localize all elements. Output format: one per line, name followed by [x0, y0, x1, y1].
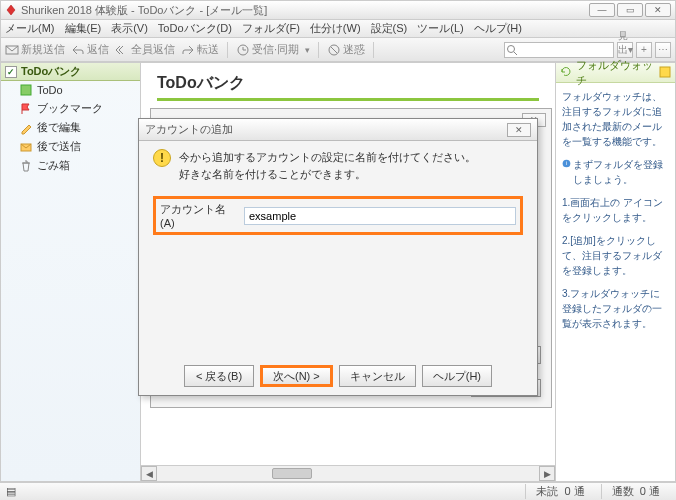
search-input[interactable] — [504, 42, 614, 58]
sidebar-header[interactable]: ✓ ToDoバンク — [1, 63, 140, 81]
horizontal-scrollbar[interactable]: ◀ ▶ — [141, 465, 555, 481]
account-name-input[interactable] — [244, 207, 516, 225]
tb-reply[interactable]: 返信 — [71, 42, 109, 57]
content-header: ToDoバンク — [141, 63, 555, 107]
flag-icon — [19, 102, 33, 116]
dialog-button-row: < 戻る(B) 次へ(N) > キャンセル ヘルプ(H) — [139, 365, 537, 387]
menubar: メール(M) 編集(E) 表示(V) ToDoバンク(D) フォルダ(F) 仕分… — [0, 20, 676, 38]
sidebar: ✓ ToDoバンク ToDo ブックマーク 後で編集 後で送信 ごみ箱 — [1, 63, 141, 481]
rightpanel-step-1: 1.画面右上の アイコンをクリックします。 — [562, 195, 669, 225]
close-button[interactable]: ✕ — [645, 3, 671, 17]
sidebar-item-trash[interactable]: ごみ箱 — [1, 156, 140, 175]
menu-mail[interactable]: メール(M) — [5, 21, 55, 36]
tb-spam[interactable]: 迷惑 — [327, 42, 365, 57]
tb-plus-button[interactable]: + — [636, 42, 652, 58]
svg-text:i: i — [566, 160, 567, 166]
rightpanel-step-2: 2.[追加]をクリックして、注目するフォルダを登録します。 — [562, 233, 669, 278]
account-name-row: アカウント名(A) — [153, 196, 523, 235]
maximize-button[interactable]: ▭ — [617, 3, 643, 17]
tb-reply-all[interactable]: 全員返信 — [115, 42, 175, 57]
menu-tool[interactable]: ツール(L) — [417, 21, 463, 36]
right-panel: フォルダウォッチ フォルダウォッチは、注目するフォルダに追加された最新のメールを… — [555, 63, 675, 481]
title-underline — [157, 98, 539, 101]
toolbar-separator — [373, 42, 374, 58]
pencil-icon — [19, 121, 33, 135]
info-icon: i — [562, 157, 571, 171]
mail-icon — [19, 140, 33, 154]
total-label: 通数 — [612, 485, 634, 497]
titlebar: Shuriken 2018 体験版 - ToDoバンク - [メール一覧] — … — [0, 0, 676, 20]
status-grip-icon: ▤ — [6, 485, 16, 498]
menu-view[interactable]: 表示(V) — [111, 21, 148, 36]
svg-rect-6 — [660, 67, 670, 77]
menu-todobank[interactable]: ToDoバンク(D) — [158, 21, 232, 36]
tb-new-mail[interactable]: 新規送信 — [5, 42, 65, 57]
help-button[interactable]: ヘルプ(H) — [422, 365, 492, 387]
statusbar: ▤ 未読 0 通 通数 0 通 — [0, 482, 676, 500]
menu-settings[interactable]: 設定(S) — [371, 21, 408, 36]
cancel-button[interactable]: キャンセル — [339, 365, 416, 387]
add-account-dialog: アカウントの追加 ✕ ! 今から追加するアカウントの設定に名前を付けてください。… — [138, 118, 538, 396]
rightpanel-step-3: 3.フォルダウォッチに登録したフォルダの一覧が表示されます。 — [562, 286, 669, 331]
toolbar-search: 見出し▾ + ⋯ — [504, 42, 671, 58]
refresh-icon[interactable] — [560, 66, 572, 80]
trash-icon — [19, 159, 33, 173]
dialog-title: アカウントの追加 — [145, 122, 233, 137]
sidebar-item-bookmark[interactable]: ブックマーク — [1, 99, 140, 118]
back-button[interactable]: < 戻る(B) — [184, 365, 254, 387]
toolbar-separator — [318, 42, 319, 58]
menu-edit[interactable]: 編集(E) — [65, 21, 102, 36]
content-title: ToDoバンク — [157, 73, 539, 94]
dialog-info-line2: 好きな名前を付けることができます。 — [179, 166, 476, 183]
scroll-left-icon[interactable]: ◀ — [141, 466, 157, 481]
dialog-info: ! 今から追加するアカウントの設定に名前を付けてください。 好きな名前を付けるこ… — [153, 149, 523, 182]
total-count: 0 通 — [640, 485, 660, 497]
unread-count: 0 通 — [565, 485, 585, 497]
dialog-titlebar[interactable]: アカウントの追加 ✕ — [139, 119, 537, 141]
rightpanel-callout: まずフォルダを登録しましょう。 — [573, 157, 669, 187]
rightpanel-body: フォルダウォッチは、注目するフォルダに追加された最新のメールを一覧する機能です。… — [556, 83, 675, 337]
search-mode-button[interactable]: 見出し▾ — [617, 42, 633, 58]
add-watch-icon[interactable] — [659, 66, 671, 80]
rightpanel-header: フォルダウォッチ — [556, 63, 675, 83]
note-icon — [19, 83, 33, 97]
sidebar-item-send-later[interactable]: 後で送信 — [1, 137, 140, 156]
unread-label: 未読 — [536, 485, 558, 497]
window-controls: — ▭ ✕ — [589, 3, 671, 17]
tb-sync[interactable]: 受信·同期 — [236, 42, 299, 57]
search-icon — [506, 44, 518, 56]
menu-folder[interactable]: フォルダ(F) — [242, 21, 300, 36]
next-button[interactable]: 次へ(N) > — [260, 365, 333, 387]
sidebar-item-todo[interactable]: ToDo — [1, 81, 140, 99]
scroll-thumb[interactable] — [272, 468, 312, 479]
minimize-button[interactable]: — — [589, 3, 615, 17]
dialog-info-line1: 今から追加するアカウントの設定に名前を付けてください。 — [179, 149, 476, 166]
rightpanel-desc: フォルダウォッチは、注目するフォルダに追加された最新のメールを一覧する機能です。 — [562, 89, 669, 149]
warning-icon: ! — [153, 149, 171, 167]
menu-help[interactable]: ヘルプ(H) — [474, 21, 522, 36]
app-icon — [5, 4, 17, 16]
svg-rect-4 — [21, 85, 31, 95]
scroll-right-icon[interactable]: ▶ — [539, 466, 555, 481]
dialog-close-icon[interactable]: ✕ — [507, 123, 531, 137]
window-title: Shuriken 2018 体験版 - ToDoバンク - [メール一覧] — [21, 3, 589, 18]
tb-forward[interactable]: 転送 — [181, 42, 219, 57]
sidebar-item-edit-later[interactable]: 後で編集 — [1, 118, 140, 137]
toolbar-separator — [227, 42, 228, 58]
account-name-label: アカウント名(A) — [160, 202, 238, 229]
svg-point-3 — [508, 45, 515, 52]
toolbar: 新規送信 返信 全員返信 転送 受信·同期 ▾ 迷惑 見出し▾ + ⋯ — [0, 38, 676, 62]
menu-sort[interactable]: 仕分け(W) — [310, 21, 361, 36]
tb-extra-button[interactable]: ⋯ — [655, 42, 671, 58]
checkbox-icon: ✓ — [5, 66, 17, 78]
